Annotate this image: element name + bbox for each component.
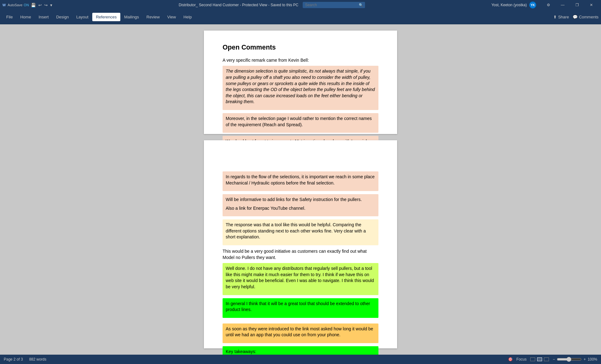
- document-title-text: Distributor_ Second Hand Customer - Prot…: [179, 3, 298, 7]
- document-title: Distributor_ Second Hand Customer - Prot…: [52, 2, 492, 8]
- comment-6-text: The response was that a tool like this w…: [226, 222, 375, 240]
- comments-icon: 💬: [573, 15, 578, 19]
- zoom-out-icon[interactable]: −: [553, 357, 555, 362]
- comment-1-italic: The dimension selection is quite simplis…: [226, 68, 375, 105]
- tab-references[interactable]: References: [92, 13, 120, 21]
- share-button[interactable]: ⬆ Share: [553, 15, 569, 19]
- focus-label[interactable]: Focus: [517, 357, 527, 362]
- comment-block-10: As soon as they were introduced to the l…: [223, 323, 378, 343]
- tab-help[interactable]: Help: [180, 13, 195, 21]
- save-icon[interactable]: 💾: [31, 3, 36, 7]
- window-controls: ⚙ — ❐ ✕: [541, 0, 599, 10]
- user-avatar[interactable]: YK: [529, 2, 536, 8]
- search-input[interactable]: [303, 2, 365, 8]
- print-layout-icon[interactable]: [530, 357, 535, 361]
- autosave-control[interactable]: AutoSave ON: [7, 3, 29, 7]
- redo-icon[interactable]: ↪: [44, 3, 48, 7]
- share-icon: ⬆: [553, 15, 557, 19]
- search-icon: 🔍: [359, 3, 363, 7]
- title-bar-left: W AutoSave ON 💾 ↩ ↪ ▾: [2, 3, 52, 7]
- comment-block-2: Moreover, in the selection page I would …: [223, 113, 378, 133]
- comment-7-text: This would be a very good initiative as …: [223, 248, 378, 261]
- ribbon-right: ⬆ Share 💬 Comments: [553, 15, 599, 19]
- intro-text: A very specific remark came from Kevin B…: [223, 57, 378, 64]
- comment-2-text: Moreover, in the selection page I would …: [226, 116, 375, 128]
- minimize-button[interactable]: —: [555, 0, 570, 10]
- comment-block-8: Well done. I do not have any distributor…: [223, 263, 378, 295]
- tab-file[interactable]: File: [2, 13, 17, 21]
- quick-access-icons: 💾 ↩ ↪ ▾: [31, 3, 52, 7]
- restore-button[interactable]: ❐: [570, 0, 584, 10]
- tab-mailings[interactable]: Mailings: [120, 13, 143, 21]
- comments-label: Comments: [579, 15, 599, 19]
- zoom-level: 100%: [588, 357, 597, 362]
- comment-5b-text: Also a link for Enerpac YouTube channel.: [226, 205, 375, 212]
- status-bar-right: 🎯 Focus − + 100%: [508, 357, 597, 362]
- comments-button[interactable]: 💬 Comments: [573, 15, 599, 19]
- main-area: Open Comments A very specific remark cam…: [0, 24, 601, 355]
- comment-block-6: The response was that a tool like this w…: [223, 219, 378, 245]
- key-takeaways-header: Key takeaways:: [226, 349, 375, 355]
- comment-block-5: Will be informative to add links for the…: [223, 194, 378, 216]
- focus-icon[interactable]: 🎯: [508, 357, 513, 362]
- tab-insert[interactable]: Insert: [35, 13, 53, 21]
- tab-view[interactable]: View: [163, 13, 180, 21]
- autosave-label: AutoSave: [7, 3, 22, 7]
- status-bar: Page 2 of 3 882 words 🎯 Focus − + 100%: [0, 355, 601, 364]
- undo-icon[interactable]: ↩: [38, 3, 42, 7]
- title-bar-right: Yost, Keeton (yostka) YK ⚙ — ❐ ✕: [491, 0, 599, 10]
- word-logo: W: [2, 3, 6, 7]
- comment-4-text: In regards to the flow of the selections…: [226, 174, 375, 186]
- page-1: Open Comments A very specific remark cam…: [204, 31, 397, 134]
- comment-10-text: As soon as they were introduced to the l…: [226, 326, 375, 338]
- comment-block-9: In general I think that it will be a gre…: [223, 298, 378, 318]
- share-label: Share: [558, 15, 569, 19]
- tab-layout[interactable]: Layout: [73, 13, 92, 21]
- ribbon: File Home Insert Design Layout Reference…: [0, 10, 601, 24]
- tab-design[interactable]: Design: [52, 13, 72, 21]
- comment-block-1: The dimension selection is quite simplis…: [223, 66, 378, 110]
- web-layout-icon[interactable]: [537, 357, 542, 361]
- zoom-control[interactable]: − + 100%: [553, 357, 597, 362]
- user-name: Yost, Keeton (yostka): [491, 3, 527, 7]
- page-info: Page 2 of 3: [4, 357, 23, 362]
- zoom-in-icon[interactable]: +: [584, 357, 586, 362]
- comment-8-text: Well done. I do not have any distributor…: [226, 266, 375, 290]
- tab-home[interactable]: Home: [17, 13, 35, 21]
- comment-9-text: In general I think that it will be a gre…: [226, 301, 375, 313]
- read-mode-icon[interactable]: [544, 357, 549, 361]
- settings-icon[interactable]: ⚙: [541, 0, 555, 10]
- title-bar: W AutoSave ON 💾 ↩ ↪ ▾ Distributor_ Secon…: [0, 0, 601, 10]
- word-count: 882 words: [29, 357, 46, 362]
- view-icons: [530, 357, 549, 361]
- comment-block-11: Key takeaways: Keep it as simple as poss…: [223, 346, 378, 355]
- comment-block-4: In regards to the flow of the selections…: [223, 171, 378, 191]
- autosave-on-label: ON: [24, 3, 29, 7]
- page-2: In regards to the flow of the selections…: [204, 140, 397, 348]
- close-button[interactable]: ✕: [584, 0, 599, 10]
- tab-review[interactable]: Review: [143, 13, 164, 21]
- comment-5a-text: Will be informative to add links for the…: [226, 197, 375, 203]
- zoom-slider[interactable]: [557, 357, 582, 362]
- more-icon[interactable]: ▾: [50, 3, 52, 7]
- page-title: Open Comments: [223, 43, 378, 52]
